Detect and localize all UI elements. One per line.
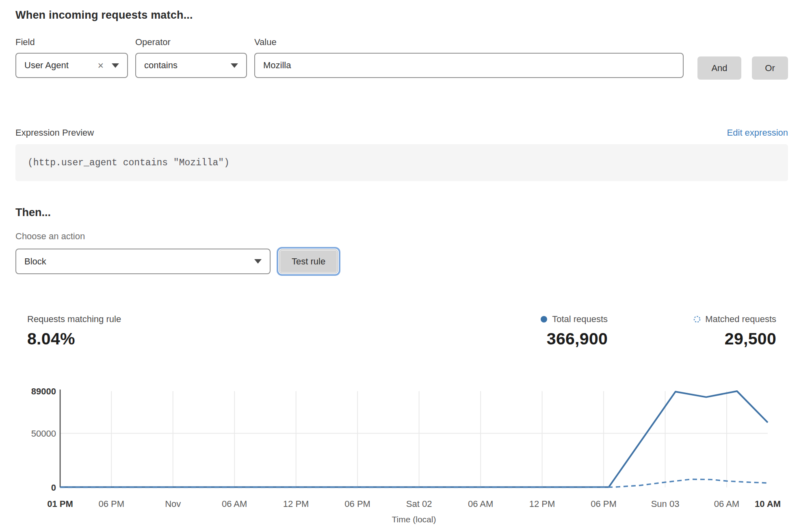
matching-rule-label: Requests matching rule — [27, 314, 540, 325]
operator-selected-value: contains — [144, 60, 231, 71]
svg-text:Sun 03: Sun 03 — [651, 499, 680, 509]
and-button[interactable]: And — [697, 56, 741, 80]
field-label: Field — [15, 37, 135, 48]
firewall-rule-builder-page: When incoming requests match... Field Us… — [0, 0, 812, 526]
expression-code: (http.user_agent contains "Mozilla") — [28, 158, 230, 168]
svg-text:89000: 89000 — [31, 386, 56, 396]
field-dropdown[interactable]: User Agent × — [15, 53, 128, 78]
svg-text:Nov: Nov — [165, 499, 181, 509]
total-requests-value: 366,900 — [540, 329, 608, 349]
total-requests-legend: Total requests — [540, 314, 608, 325]
test-rule-button[interactable]: Test rule — [279, 249, 338, 273]
matching-rule-value: 8.04% — [27, 329, 540, 349]
choose-action-label: Choose an action — [15, 231, 788, 242]
svg-text:Time (local): Time (local) — [392, 515, 436, 524]
dashed-circle-icon — [693, 316, 701, 323]
svg-text:06 PM: 06 PM — [344, 499, 370, 509]
svg-text:12 PM: 12 PM — [283, 499, 309, 509]
then-heading: Then... — [15, 206, 788, 219]
edit-expression-link[interactable]: Edit expression — [727, 128, 788, 138]
matched-requests-stat: Matched requests 29,500 — [693, 314, 776, 349]
matched-requests-label: Matched requests — [705, 314, 776, 325]
action-dropdown[interactable]: Block — [15, 249, 271, 274]
matched-requests-legend: Matched requests — [693, 314, 776, 325]
requests-chart: 8900050000001 PM06 PMNov06 AM12 PM06 PMS… — [0, 384, 812, 526]
total-requests-label: Total requests — [552, 314, 608, 325]
matching-rule-stat: Requests matching rule 8.04% — [27, 314, 540, 349]
chevron-down-icon — [231, 63, 238, 68]
svg-text:06 PM: 06 PM — [591, 499, 617, 509]
svg-text:Sat 02: Sat 02 — [406, 499, 432, 509]
svg-text:50000: 50000 — [31, 429, 56, 439]
chevron-down-icon — [112, 63, 119, 68]
field-selected-value: User Agent — [24, 60, 97, 71]
matched-requests-value: 29,500 — [693, 329, 776, 349]
expression-preview-box: (http.user_agent contains "Mozilla") — [15, 144, 788, 181]
condition-row: Field User Agent × Operator contains Val… — [15, 37, 788, 80]
match-heading: When incoming requests match... — [15, 0, 788, 22]
value-input[interactable] — [254, 53, 684, 78]
chevron-down-icon — [254, 259, 262, 264]
action-row: Block Test rule — [15, 249, 788, 274]
svg-text:10 AM: 10 AM — [755, 499, 781, 509]
svg-text:01 PM: 01 PM — [47, 499, 73, 509]
svg-text:06 AM: 06 AM — [222, 499, 247, 509]
value-label: Value — [254, 37, 684, 48]
operator-group: Operator contains — [135, 37, 254, 78]
expression-preview-label: Expression Preview — [15, 128, 94, 138]
svg-text:06 AM: 06 AM — [468, 499, 493, 509]
stats-row: Requests matching rule 8.04% Total reque… — [15, 314, 788, 349]
or-button[interactable]: Or — [752, 56, 788, 80]
action-selected-value: Block — [24, 256, 254, 267]
clear-field-icon[interactable]: × — [97, 61, 104, 71]
total-requests-stat: Total requests 366,900 — [540, 314, 608, 349]
svg-text:06 PM: 06 PM — [98, 499, 124, 509]
field-group: Field User Agent × — [15, 37, 135, 78]
operator-label: Operator — [135, 37, 254, 48]
operator-dropdown[interactable]: contains — [135, 53, 247, 78]
svg-text:12 PM: 12 PM — [529, 499, 555, 509]
value-group: Value — [254, 37, 684, 78]
solid-dot-icon — [540, 316, 548, 323]
svg-text:06 AM: 06 AM — [714, 499, 739, 509]
svg-text:0: 0 — [51, 483, 56, 493]
expression-header: Expression Preview Edit expression — [15, 128, 788, 138]
